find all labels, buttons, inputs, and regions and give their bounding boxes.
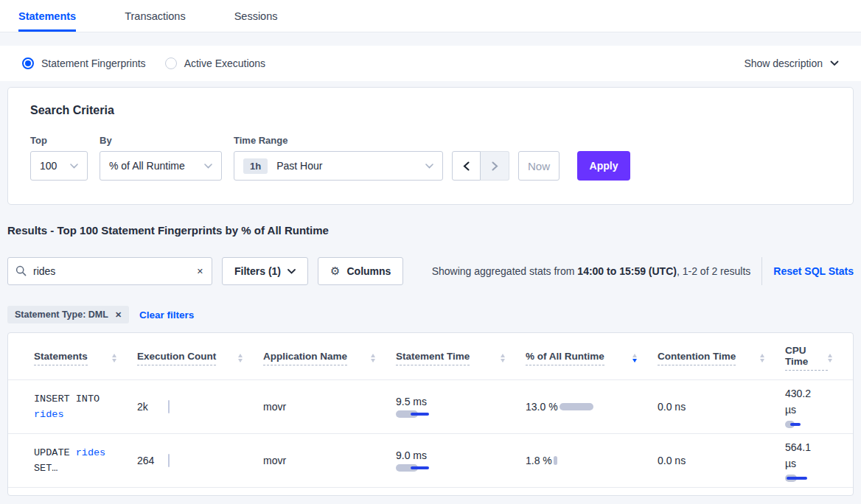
sort-down-arrow: [501, 359, 505, 363]
reset-sql-stats-link[interactable]: Reset SQL Stats: [773, 265, 854, 277]
cpu-time-value: 564.1 µs: [785, 439, 820, 472]
filter-chip-label: Statement Type: DML: [15, 309, 108, 320]
sort-icon[interactable]: [371, 354, 375, 363]
sort-icon-active-desc[interactable]: [632, 354, 637, 363]
radio-active-executions[interactable]: Active Executions: [165, 57, 266, 69]
by-field: By % of All Runtime: [100, 135, 222, 181]
statement-text: INSERT INTO: [34, 393, 100, 405]
runtime-pct-cell: 1.8 %: [526, 452, 658, 469]
chip-close-icon[interactable]: ✕: [115, 310, 122, 320]
statement-cell: UPDATE rides SET…: [34, 445, 116, 476]
gear-icon: ⚙: [330, 265, 340, 278]
chevron-right-icon: [492, 161, 498, 171]
stats-time-range: 14:00 to 15:59 (UTC): [577, 265, 677, 277]
sort-icon[interactable]: [501, 354, 505, 363]
show-description-toggle[interactable]: Show description: [744, 57, 839, 69]
clear-search-icon[interactable]: ✕: [197, 266, 203, 276]
tab-transactions[interactable]: Transactions: [125, 0, 185, 32]
runtime-pct-bar: [560, 403, 593, 410]
filters-button[interactable]: Filters (1): [222, 257, 308, 285]
statement-link[interactable]: rides: [76, 447, 106, 458]
filter-chip-row: Statement Type: DML ✕ Clear filters: [7, 306, 854, 323]
stats-suffix: , 1-2 of 2 results: [677, 265, 750, 277]
chevron-down-icon: [425, 164, 433, 169]
cpu-time-bar: [785, 475, 820, 482]
sort-down-arrow: [112, 359, 116, 363]
by-select[interactable]: % of All Runtime: [100, 151, 222, 181]
statement-text: SET…: [34, 463, 57, 474]
sort-up-arrow: [371, 354, 375, 357]
search-criteria-title: Search Criteria: [30, 104, 838, 117]
columns-label: Columns: [346, 265, 391, 277]
search-input[interactable]: [7, 257, 212, 285]
by-label: By: [100, 135, 222, 146]
column-label: Execution Count: [137, 351, 216, 365]
sort-up-arrow: [828, 354, 832, 357]
time-range-arrows: [452, 151, 509, 181]
statement-time-bar: [396, 464, 431, 472]
vertical-divider: [761, 257, 762, 285]
sort-icon[interactable]: [112, 354, 116, 363]
runtime-pct-value: 13.0 %: [526, 399, 558, 415]
cpu-time-cell: 430.2 µs: [785, 385, 853, 428]
runtime-pct-bar: [554, 456, 557, 465]
by-select-value: % of All Runtime: [109, 160, 185, 172]
top-field: Top 100: [30, 135, 88, 181]
search-icon: [15, 265, 27, 276]
column-label: Statement Time: [396, 351, 470, 365]
cpu-time-cell: 564.1 µs: [785, 439, 853, 482]
cpu-time-bar: [785, 421, 820, 428]
statement-time-bar: [396, 410, 431, 418]
results-toolbar: ✕ Filters (1) ⚙ Columns Showing aggregat…: [7, 257, 854, 285]
results-heading: Results - Top 100 Statement Fingerprints…: [7, 224, 854, 237]
tab-statements[interactable]: Statements: [18, 0, 76, 32]
column-label: CPU Time: [785, 345, 828, 371]
cpu-time-value: 430.2 µs: [785, 385, 820, 418]
column-label: % of All Runtime: [526, 351, 604, 365]
runtime-pct-value: 1.8 %: [526, 452, 552, 469]
statement-time-cell: 9.0 ms: [396, 449, 526, 472]
execution-count-cell: 2k: [137, 400, 263, 413]
time-prev-button[interactable]: [452, 151, 481, 181]
stats-prefix: Showing aggregated stats from: [432, 265, 578, 277]
table-header: Statements Execution Count Application N…: [8, 333, 853, 380]
column-header-contention-time[interactable]: Contention Time: [658, 345, 785, 371]
column-header-statement-time[interactable]: Statement Time: [396, 345, 526, 371]
show-description-label: Show description: [744, 57, 823, 69]
top-select[interactable]: 100: [30, 151, 88, 181]
column-header-cpu-time[interactable]: CPU Time: [785, 345, 853, 371]
column-header-execution-count[interactable]: Execution Count: [137, 345, 263, 371]
column-header-statements[interactable]: Statements: [34, 345, 137, 371]
statement-time-value: 9.0 ms: [396, 449, 427, 461]
time-range-field: Time Range 1h Past Hour: [234, 135, 443, 181]
time-range-select[interactable]: 1h Past Hour: [234, 151, 443, 181]
apply-button[interactable]: Apply: [577, 151, 630, 181]
table-row: UPDATE rides SET… 264 movr 9.0 ms 1.8 % …: [8, 434, 853, 488]
columns-button[interactable]: ⚙ Columns: [318, 257, 403, 285]
radio-unselected-icon: [165, 57, 177, 69]
statement-text: UPDATE: [34, 447, 70, 458]
chevron-left-icon: [463, 161, 470, 171]
execution-count-cell: 264: [137, 454, 263, 467]
sort-up-arrow: [632, 354, 637, 357]
execution-count-value: 2k: [137, 401, 162, 413]
clear-filters-link[interactable]: Clear filters: [139, 309, 194, 321]
column-header-application-name[interactable]: Application Name: [263, 345, 396, 371]
sort-icon[interactable]: [760, 354, 764, 363]
view-toggle-bar: Statement Fingerprints Active Executions…: [0, 46, 861, 81]
tab-sessions[interactable]: Sessions: [234, 0, 278, 32]
table-row: INSERT INTO rides 2k movr 9.5 ms 13.0 % …: [8, 380, 853, 434]
column-header-pct-of-all-runtime[interactable]: % of All Runtime: [526, 345, 658, 371]
contention-time-cell: 0.0 ns: [658, 455, 785, 466]
sort-icon[interactable]: [238, 354, 243, 363]
time-range-label: Time Range: [234, 135, 443, 146]
radio-statement-fingerprints[interactable]: Statement Fingerprints: [22, 57, 146, 69]
execution-count-value: 264: [137, 455, 162, 466]
execution-count-bar: [168, 454, 170, 467]
sort-icon[interactable]: [828, 354, 832, 363]
now-button[interactable]: Now: [518, 151, 560, 181]
bar-blue: [787, 477, 807, 480]
chevron-down-icon: [830, 60, 839, 66]
time-next-button[interactable]: [481, 151, 509, 181]
statement-link[interactable]: rides: [34, 409, 64, 420]
